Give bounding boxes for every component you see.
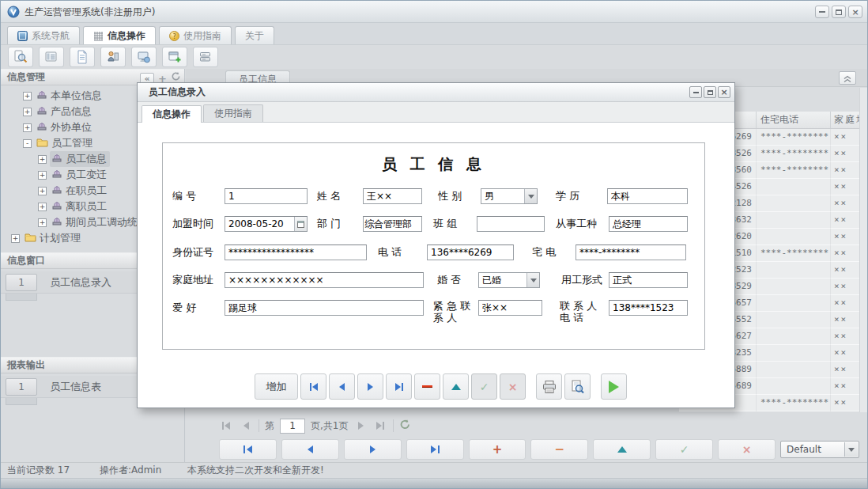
nav-prev-button[interactable] bbox=[281, 439, 339, 460]
tree-expand-icon[interactable]: + bbox=[38, 171, 47, 180]
record-cancel-button[interactable]: × bbox=[500, 373, 526, 400]
tree-expand-icon[interactable]: + bbox=[23, 123, 32, 132]
name-input[interactable] bbox=[363, 188, 422, 204]
pager-next-button[interactable] bbox=[353, 419, 368, 432]
layout-select[interactable]: Default bbox=[780, 441, 859, 458]
contact-phone-input[interactable] bbox=[609, 300, 688, 316]
archive-button[interactable] bbox=[193, 47, 218, 67]
tree-item-label: 在职员工 bbox=[66, 184, 107, 198]
gender-select[interactable]: 男 bbox=[481, 188, 538, 204]
dialog-maximize-button[interactable] bbox=[704, 86, 716, 98]
menu-tab-user-guide[interactable]: ? 使用指南 bbox=[159, 26, 232, 44]
trade-input[interactable] bbox=[609, 216, 688, 232]
db-navigator: + − ✓ × Default bbox=[219, 438, 859, 461]
home-phone-input[interactable] bbox=[576, 244, 686, 260]
page-number-input[interactable] bbox=[280, 419, 305, 434]
plus-icon: + bbox=[492, 444, 503, 456]
pager-first-button[interactable] bbox=[219, 419, 233, 432]
restore-button[interactable] bbox=[832, 6, 846, 18]
record-post-button[interactable]: ✓ bbox=[471, 373, 497, 400]
join-date-field[interactable] bbox=[225, 216, 308, 232]
nav-edit-button[interactable] bbox=[593, 439, 651, 460]
record-edit-button[interactable] bbox=[443, 373, 469, 400]
record-delete-button[interactable] bbox=[414, 373, 440, 400]
hobby-label: 爱 好 bbox=[172, 300, 196, 316]
nav-cancel-button[interactable]: × bbox=[718, 439, 776, 460]
list-icon bbox=[44, 50, 58, 64]
calendar-icon[interactable] bbox=[294, 217, 307, 231]
join-date-input[interactable] bbox=[225, 217, 294, 231]
nav-delete-button[interactable]: − bbox=[530, 439, 588, 460]
hobby-input[interactable] bbox=[225, 300, 424, 316]
department-input[interactable] bbox=[363, 216, 422, 232]
new-window-button[interactable] bbox=[162, 47, 187, 67]
person-icon bbox=[106, 50, 120, 64]
document-button[interactable] bbox=[70, 47, 95, 67]
dialog-tab-strip: 信息操作 使用指南 bbox=[138, 102, 734, 123]
phone-label: 电 话 bbox=[378, 244, 402, 260]
education-input[interactable] bbox=[607, 188, 688, 204]
home-address-input[interactable] bbox=[225, 272, 424, 288]
personnel-button[interactable] bbox=[100, 47, 126, 67]
tool-icon bbox=[36, 105, 47, 118]
tree-item-label: 计划管理 bbox=[40, 231, 81, 245]
tree-expand-icon[interactable]: + bbox=[11, 234, 20, 243]
dialog-minimize-button[interactable] bbox=[689, 86, 702, 98]
tree-expand-icon[interactable]: + bbox=[38, 155, 47, 164]
record-next-button[interactable] bbox=[357, 373, 383, 400]
record-first-button[interactable] bbox=[300, 373, 326, 400]
pager-prev-button[interactable] bbox=[239, 419, 253, 432]
nav-post-button[interactable]: ✓ bbox=[655, 439, 713, 460]
nav-first-button[interactable] bbox=[219, 439, 277, 460]
emergency-contact-input[interactable] bbox=[478, 300, 542, 316]
grid-header-home-address[interactable]: 家庭地址 bbox=[831, 112, 862, 128]
nav-last-button[interactable] bbox=[406, 439, 464, 460]
search-button[interactable] bbox=[8, 47, 33, 67]
preview-button[interactable] bbox=[564, 373, 591, 400]
grid-header-home-phone[interactable]: 住宅电话 bbox=[757, 112, 831, 128]
tree-expand-icon[interactable]: + bbox=[23, 92, 32, 100]
nav-insert-button[interactable]: + bbox=[469, 439, 526, 460]
collapse-up-button[interactable] bbox=[839, 71, 856, 85]
grid-scrollbar[interactable] bbox=[859, 88, 867, 412]
pager-prefix: 第 bbox=[265, 419, 274, 433]
minimize-button[interactable] bbox=[815, 6, 829, 18]
dropdown-arrow-icon[interactable] bbox=[526, 273, 539, 287]
nav-next-button[interactable] bbox=[344, 439, 402, 460]
execute-button[interactable] bbox=[601, 373, 627, 400]
menu-tab-info-operation[interactable]: 信息操作 bbox=[83, 26, 156, 44]
pager-last-button[interactable] bbox=[373, 419, 387, 432]
tree-expand-icon[interactable]: - bbox=[23, 139, 32, 148]
dialog-close-button[interactable]: × bbox=[718, 86, 730, 98]
list-view-button[interactable] bbox=[39, 47, 64, 67]
menu-tab-about[interactable]: 关于 bbox=[235, 26, 274, 44]
print-button[interactable] bbox=[536, 373, 562, 400]
record-count: 当前记录数 17 bbox=[7, 463, 70, 478]
minus-icon: − bbox=[555, 444, 565, 456]
dialog-tab-info-operation[interactable]: 信息操作 bbox=[142, 105, 202, 123]
tree-expand-icon[interactable]: + bbox=[38, 218, 47, 227]
pager-refresh-button[interactable] bbox=[399, 419, 411, 433]
dropdown-arrow-icon[interactable] bbox=[844, 442, 858, 457]
phone-input[interactable] bbox=[427, 244, 514, 260]
dropdown-arrow-icon[interactable] bbox=[524, 189, 537, 203]
tree-expand-icon[interactable]: + bbox=[38, 187, 47, 195]
marital-select[interactable]: 已婚 bbox=[478, 272, 540, 288]
svg-text:?: ? bbox=[172, 32, 175, 40]
record-prev-button[interactable] bbox=[329, 373, 355, 400]
record-last-button[interactable] bbox=[386, 373, 412, 400]
employment-type-input[interactable] bbox=[609, 272, 688, 288]
team-input[interactable] bbox=[477, 216, 545, 232]
dialog-tab-user-guide[interactable]: 使用指南 bbox=[203, 104, 263, 122]
window-add-icon bbox=[168, 50, 182, 64]
add-button[interactable]: 增加 bbox=[255, 373, 298, 400]
tree-expand-icon[interactable]: + bbox=[38, 203, 47, 211]
emp-no-input[interactable] bbox=[225, 188, 308, 204]
status-message: 本系统支持二次开发和全新开发! bbox=[187, 463, 324, 478]
dialog-body: 员 工 信 息 编 号 姓 名 性 别 男 学 历 加盟时间 bbox=[138, 123, 734, 408]
close-button[interactable]: × bbox=[848, 6, 862, 18]
tree-expand-icon[interactable]: + bbox=[23, 108, 32, 116]
monitor-button[interactable] bbox=[131, 47, 157, 67]
id-number-input[interactable] bbox=[225, 244, 367, 260]
menu-tab-navigation[interactable]: 系统导航 bbox=[7, 26, 80, 44]
